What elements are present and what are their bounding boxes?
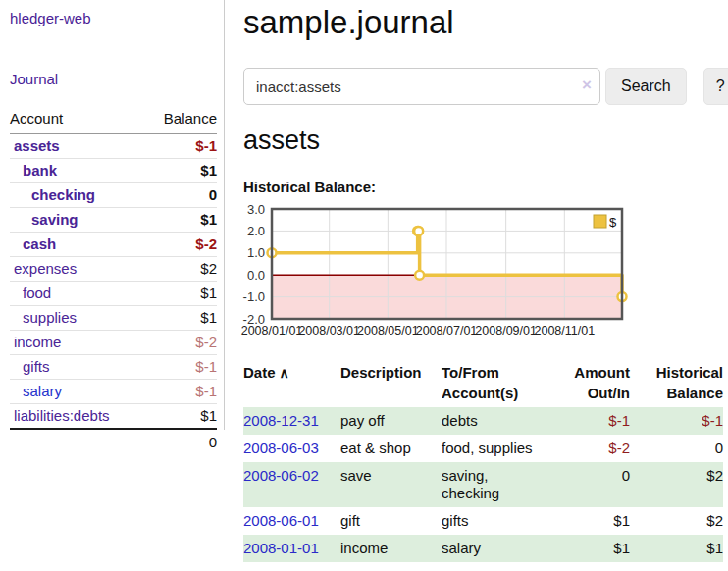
search-bar: × Search ? (243, 68, 724, 105)
account-row: saving$1 (10, 208, 217, 233)
page-title: sample.journal (243, 4, 724, 41)
svg-text:2.0: 2.0 (247, 224, 265, 238)
sort-asc-icon: ∧ (280, 365, 289, 381)
transaction-accounts: saving, checking (442, 462, 559, 507)
account-row: salary$-1 (10, 380, 217, 404)
transaction-balance: 0 (630, 435, 723, 462)
svg-text:1.0: 1.0 (247, 245, 265, 260)
account-row: checking0 (10, 183, 217, 208)
transaction-amount: $-2 (559, 435, 630, 462)
transaction-date-link[interactable]: 2008-12-31 (243, 412, 319, 429)
svg-text:$: $ (609, 215, 617, 230)
transaction-row: 2008-12-31pay offdebts$-1$-1 (243, 407, 723, 435)
transaction-accounts: gifts (442, 507, 559, 535)
transaction-description: save (340, 462, 442, 507)
transaction-accounts: salary (442, 535, 559, 562)
transaction-balance: $-1 (630, 407, 723, 435)
sidebar-account-link[interactable]: gifts (10, 358, 50, 375)
sidebar-account-link[interactable]: saving (10, 211, 78, 228)
svg-text:3.0: 3.0 (247, 202, 265, 217)
account-balance: $-2 (195, 334, 217, 350)
sidebar-account-link[interactable]: supplies (10, 309, 77, 326)
accounts-table: Account Balance assets$-1bank$1checking0… (10, 108, 217, 454)
sidebar-account-link[interactable]: cash (10, 235, 56, 252)
column-header-balance: Historical Balance (630, 358, 723, 407)
transaction-amount: 0 (559, 462, 630, 507)
register-table: Date∧ Description To/From Account(s) Amo… (243, 358, 723, 562)
svg-text:2008/09/01: 2008/09/01 (475, 324, 537, 337)
account-balance: $-1 (195, 358, 217, 375)
account-balance: $1 (200, 211, 217, 228)
sidebar-account-link[interactable]: income (10, 334, 61, 350)
accounts-total-value: 0 (209, 434, 217, 450)
sidebar-account-link[interactable]: salary (10, 383, 62, 399)
transaction-amount: $1 (559, 535, 630, 562)
sidebar-account-link[interactable]: bank (10, 162, 57, 179)
transaction-balance: $2 (630, 462, 723, 507)
account-row: bank$1 (10, 159, 217, 183)
help-button[interactable]: ? (703, 68, 728, 105)
transaction-accounts: food, supplies (442, 435, 559, 462)
account-balance: $1 (200, 162, 217, 179)
sidebar-account-link[interactable]: food (10, 285, 51, 301)
transaction-balance: $2 (630, 507, 723, 535)
svg-text:2008/07/01: 2008/07/01 (416, 324, 478, 337)
transaction-amount: $-1 (559, 407, 630, 435)
sidebar-account-link[interactable]: checking (10, 186, 95, 203)
transaction-row: 2008-01-01incomesalary$1$1 (243, 535, 723, 562)
svg-text:2008/11/01: 2008/11/01 (534, 324, 595, 337)
transaction-row: 2008-06-01giftgifts$1$2 (243, 507, 723, 535)
transaction-row: 2008-06-02savesaving, checking0$2 (243, 462, 723, 507)
chart-svg: $3.02.01.00.0-1.0-2.02008/01/012008/03/0… (243, 202, 704, 339)
account-row: gifts$-1 (10, 355, 217, 380)
account-balance: $2 (200, 260, 217, 277)
accounts-table-header: Account Balance (10, 108, 217, 134)
sidebar: hledger-web Journal Account Balance asse… (0, 0, 225, 430)
transaction-description: gift (340, 507, 442, 535)
transaction-date-link[interactable]: 2008-06-03 (243, 440, 319, 456)
account-balance: $1 (200, 407, 217, 424)
svg-text:-1.0: -1.0 (243, 289, 265, 304)
transaction-description: eat & shop (340, 435, 442, 462)
search-input[interactable] (243, 68, 600, 105)
column-header-date[interactable]: Date∧ (243, 358, 340, 407)
historical-balance-chart: $3.02.01.00.0-1.0-2.02008/01/012008/03/0… (243, 202, 704, 339)
column-header-description: Description (340, 358, 442, 407)
account-balance: $-1 (195, 383, 217, 399)
column-header-amount: Amount Out/In (559, 358, 630, 407)
search-button[interactable]: Search (605, 68, 687, 105)
transaction-description: income (340, 535, 442, 562)
sidebar-item-journal[interactable]: Journal (10, 71, 58, 87)
register-header-row: Date∧ Description To/From Account(s) Amo… (243, 358, 723, 407)
transaction-accounts: debts (442, 407, 559, 435)
clear-search-icon[interactable]: × (582, 76, 592, 95)
transaction-date-link[interactable]: 2008-06-01 (243, 512, 319, 529)
transaction-description: pay off (340, 407, 442, 435)
account-balance: $-2 (195, 235, 217, 252)
svg-text:2008/01/01: 2008/01/01 (241, 324, 303, 337)
account-row: cash$-2 (10, 233, 217, 257)
account-row: expenses$2 (10, 257, 217, 282)
account-row: assets$-1 (10, 134, 217, 159)
sidebar-account-link[interactable]: expenses (10, 260, 77, 277)
svg-text:2008/05/01: 2008/05/01 (357, 324, 419, 337)
chart-heading: Historical Balance: (243, 179, 724, 195)
sidebar-account-link[interactable]: liabilities:debts (10, 407, 110, 424)
sidebar-account-link[interactable]: assets (10, 137, 60, 154)
accounts-list: assets$-1bank$1checking0saving$1cash$-2e… (10, 134, 217, 428)
account-row: liabilities:debts$1 (10, 404, 217, 428)
app-title-link[interactable]: hledger-web (10, 10, 91, 26)
transaction-row: 2008-06-03eat & shopfood, supplies$-20 (243, 435, 723, 462)
svg-text:0.0: 0.0 (247, 268, 265, 283)
transaction-amount: $1 (559, 507, 630, 535)
column-header-accounts: To/From Account(s) (442, 358, 559, 407)
account-heading: assets (243, 126, 724, 156)
transaction-balance: $1 (630, 535, 723, 562)
accounts-header-balance: Balance (164, 110, 217, 127)
account-balance: $1 (200, 285, 217, 301)
account-row: income$-2 (10, 331, 217, 355)
accounts-header-account: Account (10, 110, 63, 127)
transaction-date-link[interactable]: 2008-06-02 (243, 467, 319, 484)
account-balance: 0 (209, 186, 217, 203)
transaction-date-link[interactable]: 2008-01-01 (243, 540, 319, 556)
